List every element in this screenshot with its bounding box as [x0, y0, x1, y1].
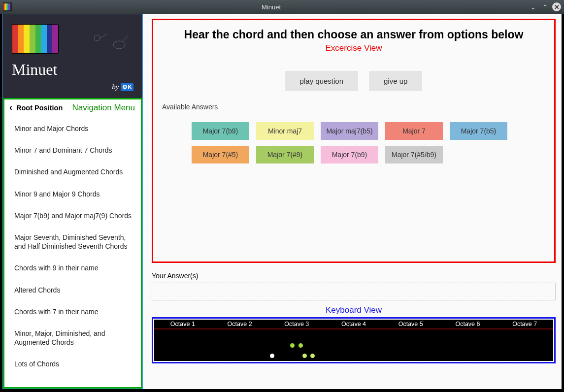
- svg-point-9: [113, 41, 125, 49]
- black-key[interactable]: [339, 329, 344, 347]
- window-title: Minuet: [14, 3, 529, 11]
- black-key[interactable]: [445, 329, 450, 347]
- app-icon: [3, 2, 12, 11]
- black-key[interactable]: [412, 329, 417, 347]
- back-icon[interactable]: ‹: [9, 102, 12, 113]
- nav-item[interactable]: Altered Chords: [4, 279, 141, 301]
- highlight-dot: [269, 353, 275, 359]
- nav-item[interactable]: Minor 7 and Dominant 7 Chords: [4, 139, 141, 161]
- svg-rect-4: [6, 3, 7, 10]
- black-key[interactable]: [282, 329, 287, 347]
- octave-label: Octave 2: [211, 320, 268, 328]
- maximize-button[interactable]: ⌃: [540, 2, 549, 11]
- answer-option[interactable]: Major maj7(b5): [321, 122, 378, 140]
- octave-label: Octave 5: [382, 320, 439, 328]
- nav-item[interactable]: Chords with 7 in their name: [4, 301, 141, 323]
- nav-item[interactable]: Diminished and Augmented Chords: [4, 161, 141, 183]
- answer-option[interactable]: Major 7(#5): [192, 146, 249, 163]
- answer-option[interactable]: Major 7(#9): [256, 146, 314, 163]
- black-key[interactable]: [185, 329, 189, 347]
- answer-option[interactable]: Major 7: [385, 122, 443, 140]
- octave-label: Octave 6: [439, 320, 497, 328]
- black-key[interactable]: [421, 329, 425, 347]
- black-key[interactable]: [307, 329, 311, 347]
- svg-rect-2: [4, 3, 5, 10]
- keyboard-annotation: Keyboard View: [152, 305, 556, 315]
- answers-grid: Major 7(b9)Minor maj7Major maj7(b5)Major…: [162, 115, 545, 170]
- black-key[interactable]: [201, 329, 205, 347]
- black-key[interactable]: [331, 329, 335, 347]
- black-key[interactable]: [388, 329, 393, 347]
- your-answer-box: [152, 283, 556, 300]
- answer-option[interactable]: Major 7(#5/b9): [385, 146, 443, 163]
- black-key[interactable]: [364, 329, 368, 347]
- nav-item[interactable]: Minor 9 and Major 9 Chords: [4, 183, 141, 205]
- exercise-annotation: Excercise View: [162, 41, 545, 60]
- svg-rect-5: [7, 3, 8, 10]
- black-key[interactable]: [225, 329, 230, 347]
- black-key[interactable]: [250, 329, 254, 347]
- black-key[interactable]: [217, 329, 222, 347]
- black-key[interactable]: [469, 329, 474, 347]
- nav-annotation: Navigation Menu: [72, 103, 136, 113]
- highlight-dot: [301, 353, 308, 359]
- black-key[interactable]: [372, 329, 376, 347]
- app-name: Minuet: [12, 61, 133, 79]
- highlight-dot: [298, 342, 304, 349]
- black-key[interactable]: [429, 329, 433, 347]
- black-key[interactable]: [453, 329, 458, 347]
- navigation-menu: ‹ Root Position Navigation Menu Minor an…: [3, 98, 142, 389]
- black-key[interactable]: [527, 329, 531, 347]
- app-logo: [12, 24, 59, 54]
- answer-option[interactable]: Minor maj7: [256, 122, 314, 140]
- black-key[interactable]: [356, 329, 360, 347]
- black-key[interactable]: [241, 329, 246, 347]
- nav-item[interactable]: Lots of Chords: [4, 353, 141, 375]
- octave-label: Octave 3: [268, 320, 325, 328]
- svg-rect-1: [3, 3, 4, 10]
- kde-badge-icon: ⚙K: [121, 83, 133, 91]
- nav-item[interactable]: Minor, Major, Diminished, and Augmented …: [4, 323, 141, 353]
- keyboard-view: Octave 1Octave 2Octave 3Octave 4Octave 5…: [152, 317, 556, 363]
- answer-option[interactable]: Major 7(b9): [321, 146, 378, 163]
- nav-item[interactable]: Chords with 9 in their name: [4, 257, 141, 279]
- svg-point-8: [94, 35, 100, 41]
- black-key[interactable]: [396, 329, 400, 347]
- answer-option[interactable]: Major 7(b5): [450, 122, 507, 140]
- by-line: by ⚙K: [112, 83, 133, 91]
- black-key[interactable]: [274, 329, 278, 347]
- black-key[interactable]: [510, 329, 515, 347]
- close-button[interactable]: ✕: [552, 2, 561, 11]
- sidebar: Minuet by ⚙K ‹ Root Position Navigation …: [2, 14, 143, 389]
- minimize-button[interactable]: ⌄: [529, 2, 537, 11]
- nav-item[interactable]: Major Seventh, Diminished Seventh, and H…: [4, 227, 141, 257]
- available-answers-label: Available Answers: [162, 103, 545, 111]
- answer-option[interactable]: Major 7(b9): [192, 122, 249, 140]
- black-key[interactable]: [478, 329, 482, 347]
- nav-item[interactable]: Major 7(b9) and Major maj7(9) Chords: [4, 205, 141, 227]
- decor-instruments-icon: [87, 29, 132, 54]
- exercise-view: Hear the chord and then choose an answer…: [152, 19, 556, 263]
- svg-rect-7: [9, 3, 10, 10]
- black-key[interactable]: [502, 329, 506, 347]
- black-key[interactable]: [258, 329, 262, 347]
- octave-label: Octave 7: [496, 320, 553, 328]
- black-key[interactable]: [534, 329, 539, 347]
- highlight-dot: [289, 342, 296, 349]
- octave-label: Octave 4: [325, 320, 382, 328]
- exercise-prompt: Hear the chord and then choose an answer…: [162, 26, 545, 41]
- svg-rect-6: [8, 3, 9, 10]
- nav-title: Root Position: [16, 104, 63, 112]
- black-key[interactable]: [193, 329, 197, 347]
- black-key[interactable]: [168, 329, 173, 347]
- titlebar: Minuet ⌄ ⌃ ✕: [0, 0, 564, 14]
- nav-item[interactable]: Minor and Major Chords: [4, 118, 141, 139]
- sidebar-header: Minuet by ⚙K: [3, 14, 142, 98]
- give-up-button[interactable]: give up: [369, 71, 422, 91]
- highlight-dot: [309, 353, 316, 359]
- black-key[interactable]: [160, 329, 165, 347]
- black-key[interactable]: [543, 329, 547, 347]
- black-key[interactable]: [315, 329, 319, 347]
- black-key[interactable]: [486, 329, 490, 347]
- play-question-button[interactable]: play question: [285, 71, 358, 91]
